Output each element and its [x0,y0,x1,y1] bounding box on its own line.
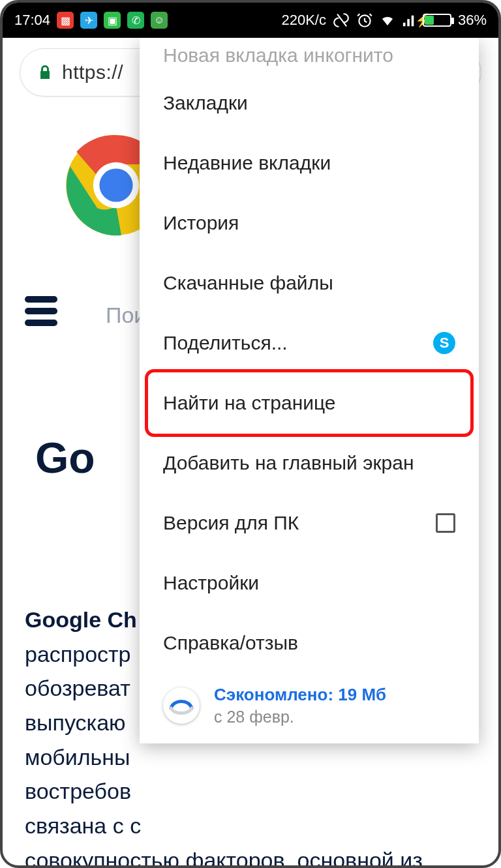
menu-item-label: Недавние вкладки [163,152,331,174]
network-speed: 220K/c [281,12,326,29]
vibrate-icon [333,12,350,29]
statusbar-right: 220K/c ⚡ 36% [281,12,487,29]
menu-item-label: Найти на странице [163,392,336,414]
menu-data-saver[interactable]: Сэкономлено: 19 Мб с 28 февр. [140,673,479,732]
chrome-overflow-menu: Новая вкладка инкогнито Закладки Недавни… [140,38,479,743]
wifi-icon [380,12,395,28]
menu-item-find-in-page[interactable]: Найти на странице [140,373,479,433]
menu-item-desktop-site[interactable]: Версия для ПК [140,493,479,553]
menu-item-incognito[interactable]: Новая вкладка инкогнито [140,42,479,73]
app-icon-aliexpress: ▩ [57,12,74,29]
menu-item-share[interactable]: Поделиться... S [140,313,479,373]
alarm-icon [356,12,373,29]
menu-item-label: Добавить на главный экран [163,452,414,474]
menu-item-settings[interactable]: Настройки [140,553,479,613]
menu-item-label: Закладки [163,92,248,114]
menu-item-label: Новая вкладка инкогнито [163,44,393,67]
hamburger-icon[interactable] [25,296,57,326]
menu-item-label: Скачанные файлы [163,272,333,294]
battery-percent: 36% [458,12,487,29]
data-saver-text: Сэкономлено: 19 Мб с 28 февр. [214,685,386,726]
data-saver-since: с 28 февр. [214,708,386,726]
menu-item-bookmarks[interactable]: Закладки [140,73,479,133]
menu-item-label: Настройки [163,572,259,594]
statusbar-time: 17:04 [14,12,50,29]
menu-item-downloads[interactable]: Скачанные файлы [140,253,479,313]
url-text: https:// [62,61,123,83]
lock-icon [37,63,53,82]
body-bold: Google Ch [25,607,137,632]
menu-item-add-to-homescreen[interactable]: Добавить на главный экран [140,433,479,493]
menu-item-help[interactable]: Справка/отзыв [140,613,479,673]
signal-icon [402,13,416,27]
skype-icon: S [433,332,455,354]
data-saver-title: Сэкономлено: 19 Мб [214,685,386,705]
menu-item-label: Версия для ПК [163,512,299,534]
app-icon-generic-1: ▣ [104,12,121,29]
android-statusbar: 17:04 ▩ ✈ ▣ ✆ ☺ 220K/c ⚡ [3,3,498,38]
app-icon-generic-2: ☺ [151,12,168,29]
menu-item-label: Справка/отзыв [163,632,298,654]
svg-point-3 [99,168,132,202]
menu-item-history[interactable]: История [140,193,479,253]
page-heading: Go [35,433,95,483]
menu-item-label: История [163,212,239,234]
statusbar-left: 17:04 ▩ ✈ ▣ ✆ ☺ [14,12,168,29]
menu-item-label: Поделиться... [163,332,288,354]
desktop-site-checkbox[interactable] [436,513,455,533]
battery-icon: ⚡ [423,14,451,27]
data-saver-icon [163,687,200,724]
app-icon-telegram: ✈ [80,12,97,29]
device-frame: 17:04 ▩ ✈ ▣ ✆ ☺ 220K/c ⚡ [0,0,501,868]
menu-item-recent-tabs[interactable]: Недавние вкладки [140,133,479,193]
app-icon-whatsapp: ✆ [127,12,144,29]
